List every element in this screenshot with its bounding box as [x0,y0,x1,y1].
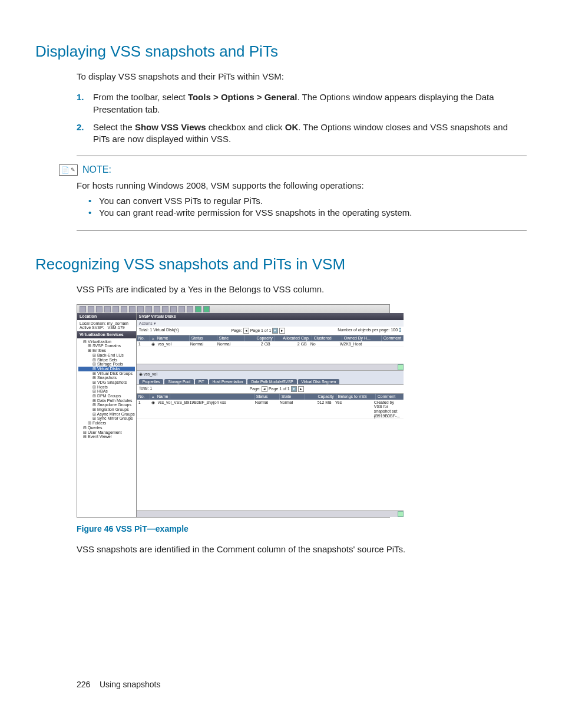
intro-text: VSS PiTs are indicated by a Yes in the B… [77,284,527,295]
tree-item[interactable]: ⊞ Virtual Disk Groups [78,371,135,376]
toolbar[interactable] [77,305,389,313]
tree-item[interactable]: ⊞ HBAs [78,389,135,394]
tree-item[interactable]: ⊟ User Management [78,430,135,435]
summary-bar: Total: 1 Virtual Disk(s) Page:◂Page 1 of… [137,327,404,335]
table-row[interactable]: 1 ◉ vss_vol_VSS_B919B0BF_shy(on vss Norm… [137,400,404,420]
scrollbar[interactable] [137,364,404,370]
tab-host-presentation[interactable]: Host Presentation [209,379,247,384]
tree-item[interactable]: ⊞ Sync Mirror Groups [78,416,135,421]
note-intro: For hosts running Windows 2008, VSM supp… [77,180,527,192]
nav-tree[interactable]: ⊟ Virtualization⊞ SVSP Domains⊞ Entities… [77,338,136,517]
tree-item[interactable]: ⊟ Virtualization [78,340,135,344]
tree-item[interactable]: ⊞ Folders [78,421,135,426]
tree-item[interactable]: ⊞ DPM Groups [78,394,135,398]
list-item: You can convert VSS PiTs to regular PiTs… [88,195,527,207]
list-item: You can grant read-write permission for … [88,207,527,219]
figure-caption: Figure 46 VSS PiT—example [77,523,527,535]
tree-item[interactable]: ⊞ SVSP Domains [78,344,135,348]
heading-displaying: Displaying VSS snapshots and PiTs [35,41,527,62]
steps-list: 1. From the toolbar, select Tools > Opti… [77,91,527,145]
tree-item[interactable]: ⊞ Async Mirror Groups [78,412,135,417]
detail-summary: Total: 1 Page:◂Page 1 of 1▾▸ [137,384,404,394]
tab-dpm-svsp[interactable]: Data Path Module/SVSP [247,379,296,384]
detail-tabs[interactable]: Properties Storage Pool PiT Host Present… [137,378,404,384]
divider [77,230,527,230]
actions-menu[interactable]: Actions ▾ [137,320,404,327]
detail-header: ◉ vss_vol [137,370,404,378]
step-number: 2. [77,121,93,146]
tree-item[interactable]: ⊞ Hosts [78,385,135,390]
step-body: Select the Show VSS Views checkbox and c… [93,121,527,146]
location-header: Location [77,313,136,320]
tree-item[interactable]: ⊞ Stripe Sets [78,358,135,363]
note-block: 📄✎ NOTE: For hosts running Windows 2008,… [77,156,527,230]
step-number: 1. [77,91,93,116]
tree-item[interactable]: ⊟ Queries [78,426,135,430]
tab-storage-pool[interactable]: Storage Pool [164,379,194,384]
breadcrumb: SVSP Virtual Disks [137,313,404,320]
after-figure-text: VSS snapshots are identified in the Comm… [77,543,527,555]
tree-item[interactable]: ⊞ Migration Groups [78,407,135,412]
intro-text: To display VSS snapshots and their PiTs … [77,71,527,83]
tree-item[interactable]: ⊞ Snapclone Groups [78,403,135,407]
detail-table-header[interactable]: No. ▵ Name Status State Capacity Belongs… [137,394,404,400]
divider [77,156,527,156]
vs-header: Virtualization Services [77,331,136,338]
table-row[interactable]: 1 ◉ vss_vol Normal Normal 2 GB 2 GB No W… [137,341,404,348]
tree-item[interactable]: ⊞ Snapshots [78,375,135,380]
tree-item[interactable]: ⊞ Data Path Modules [78,398,135,403]
note-icon: 📄✎ [59,164,78,176]
step-body: From the toolbar, select Tools > Options… [93,91,527,116]
tab-pit[interactable]: PiT [195,379,208,384]
tree-item[interactable]: ⊞ Entities [78,348,135,353]
note-bullets: You can convert VSS PiTs to regular PiTs… [77,195,527,219]
tree-item[interactable]: ⊞ VDG Snapshots [78,380,135,385]
tree-item[interactable]: ⊞ Back-End LUs [78,353,135,358]
heading-recognizing: Recognizing VSS snapshots and PiTs in VS… [35,254,527,275]
tree-item[interactable]: ⊟ Event Viewer [78,434,135,439]
tree-item[interactable]: ⊞ Virtual Disks [78,367,135,371]
tab-properties[interactable]: Properties [139,379,164,384]
tree-item[interactable]: ⊞ Storage Pools [78,362,135,367]
page-footer: 226 Using snapshots [77,679,527,690]
table-header[interactable]: No. ▵ Name Status State Capacity Allocat… [137,335,404,341]
scrollbar[interactable] [137,510,404,517]
tab-vd-segments[interactable]: Virtual Disk Segmen [298,379,340,384]
vsm-screenshot: Location Local Domain: my_domain Active … [77,304,390,518]
location-body: Local Domain: my_domain Active SVSP: VSM… [77,320,136,331]
note-label: NOTE: [82,163,111,176]
